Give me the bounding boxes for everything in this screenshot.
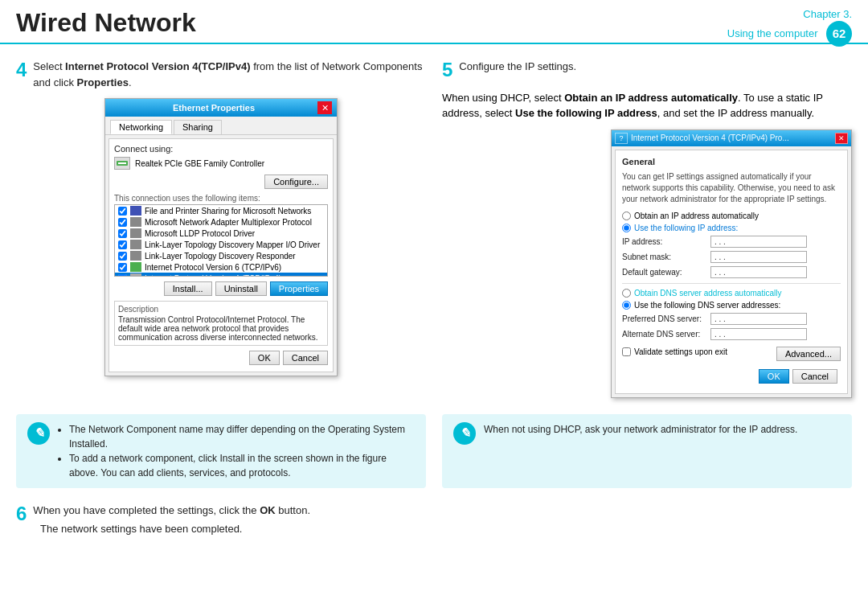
ip-general-label: General [622,157,841,166]
configure-btn-row: Configure... [114,175,328,189]
preferred-dns-row: Preferred DNS server: [622,313,841,325]
left-column: 4 Select Internet Protocol Version 4(TCP… [16,59,426,406]
properties-button[interactable]: Properties [270,281,328,296]
validate-checkbox[interactable] [622,347,631,356]
ip-help-btn[interactable]: ? [615,133,628,144]
note-bullet-1: The Network Component name may differ de… [69,422,415,451]
step6-bold1: OK [260,504,276,516]
item-checkbox-3[interactable] [118,229,127,238]
step6-area: 6 When you have completed the settings, … [16,503,426,537]
ip-dialog-body: General You can get IP settings assigned… [615,150,848,394]
ethernet-dialog-close[interactable]: ✕ [317,101,332,114]
alternate-dns-input[interactable] [710,328,807,340]
tab-networking[interactable]: Networking [110,120,172,134]
ip-address-row: IP address: [622,236,841,248]
cancel-button[interactable]: Cancel [283,351,328,365]
item-checkbox-4[interactable] [118,240,127,249]
ip-ok-cancel-row: OK Cancel [622,366,841,387]
ethernet-dialog-body: Connect using: Realtek PCIe GBE Family C… [108,138,334,372]
list-item: Link-Layer Topology Discovery Responder [115,250,327,261]
ok-button[interactable]: OK [249,351,280,365]
step6-text1-before: When you have completed the settings, cl… [33,504,260,516]
item-icon-4 [130,240,141,249]
item-checkbox-5[interactable] [118,252,127,261]
note-icon-left: ✎ [27,422,50,445]
item-text-1: File and Printer Sharing for Microsoft N… [145,207,311,216]
radio-use-following-ip-label: Use the following IP address: [634,224,738,232]
bottom-steps: 6 When you have completed the settings, … [0,496,868,545]
preferred-dns-label: Preferred DNS server: [622,314,710,323]
radio-use-dns[interactable] [622,301,631,310]
item-text-3: Microsoft LLDP Protocol Driver [145,229,255,238]
list-item-selected: Internet Protocol Version 4 (TCP/IPv4) [115,273,327,277]
item-text-5: Link-Layer Topology Discovery Responder [145,252,296,261]
radio-obtain-ip[interactable] [622,211,631,220]
step4-bold2: Properties [77,76,129,88]
ip-ok-button[interactable]: OK [759,369,789,384]
note-box-right: ✎ When not using DHCP, ask your network … [442,414,852,488]
subnet-mask-label: Subnet mask: [622,253,710,261]
step4-label: 4 [16,59,27,82]
item-icon-3 [130,228,141,238]
step4-text-before: Select [33,60,65,72]
radio-use-following-ip[interactable] [622,224,631,232]
item-checkbox-1[interactable] [118,207,127,216]
step4-bold1: Internet Protocol Version 4(TCP/IPv4) [65,60,250,72]
ok-cancel-row: OK Cancel [114,349,328,367]
step6-text2: The network settings have been completed… [40,521,426,537]
item-icon-6 [130,262,141,272]
note-bullet-2: To add a network component, click Instal… [69,451,415,480]
default-gateway-row: Default gateway: [622,266,841,278]
ethernet-dialog-titlebar: Ethernet Properties ✕ [105,99,337,117]
step5-text: 5 Configure the IP settings. [442,59,852,82]
ip-address-label: IP address: [622,237,710,246]
item-checkbox-6[interactable] [118,263,127,272]
item-text-6: Internet Protocol Version 6 (TCP/IPv6) [145,263,281,272]
right-column: 5 Configure the IP settings. When using … [442,59,852,406]
ethernet-dialog: Ethernet Properties ✕ Networking Sharing… [104,98,338,376]
subnet-mask-input[interactable] [710,251,807,263]
configure-button[interactable]: Configure... [264,175,328,189]
validate-label: Validate settings upon exit [634,347,727,356]
list-item: Microsoft LLDP Protocol Driver [115,228,327,239]
ip-close-btn[interactable]: ✕ [835,133,848,144]
item-icon-2 [130,217,141,227]
ethernet-dialog-tabs: Networking Sharing [105,117,337,135]
ip-dialog-titlebar: ? Internet Protocol Version 4 (TCP/IPv4)… [612,130,851,146]
step6-label: 6 [16,503,27,526]
advanced-button[interactable]: Advanced... [776,347,841,361]
step5-bold1: Obtain an IP address automatically [564,92,738,104]
ip-radio-use-dns: Use the following DNS server addresses: [622,301,841,310]
step5-text1: Configure the IP settings. [459,60,576,72]
ethernet-dialog-title: Ethernet Properties [110,103,317,113]
list-item: Link-Layer Topology Discovery Mapper I/O… [115,239,327,250]
item-icon-1 [130,206,141,216]
step6-text: 6 When you have completed the settings, … [16,503,426,519]
preferred-dns-input[interactable] [710,313,807,325]
description-label: Description [118,305,324,314]
ip-dialog-title: Internet Protocol Version 4 (TCP/IPv4) P… [631,133,835,142]
radio-obtain-dns[interactable] [622,289,631,298]
chapter-info: Chapter 3. Using the computer 62 [727,6,852,47]
install-button[interactable]: Install... [164,281,212,296]
tab-sharing[interactable]: Sharing [174,120,222,134]
page-title: Wired Network [16,8,196,38]
item-checkbox-7[interactable] [118,274,127,277]
item-checkbox-2[interactable] [118,218,127,227]
items-label: This connection uses the following items… [114,194,328,203]
step4-text-end: . [129,76,132,88]
ip-separator [622,283,841,284]
list-item: Microsoft Network Adapter Multiplexor Pr… [115,216,327,228]
ip-radio-obtain-dns: Obtain DNS server address automatically [622,289,841,298]
ip-address-input[interactable] [710,236,807,248]
chapter-label: Chapter 3. [803,8,852,20]
alternate-dns-label: Alternate DNS server: [622,330,710,339]
ip-cancel-button[interactable]: Cancel [792,369,837,384]
uninstall-button[interactable]: Uninstall [215,281,267,296]
step5-label: 5 [442,59,452,82]
description-text: Transmission Control Protocol/Internet P… [118,315,324,342]
default-gateway-input[interactable] [710,266,807,278]
step5-bold2: Use the following IP address [515,107,657,119]
chapter-sub-label: Using the computer [727,27,818,39]
ip-titlebar-right-btns: ✕ [835,133,848,144]
